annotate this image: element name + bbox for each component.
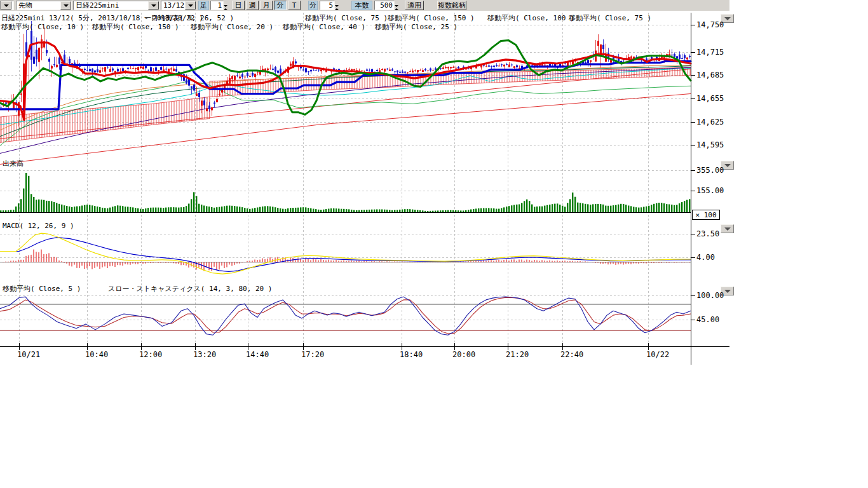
- x-axis-label: 10:40: [85, 350, 108, 359]
- legend-item: 移動平均( Close, 100 ): [487, 13, 574, 23]
- macd-panel-menu-button[interactable]: [721, 224, 734, 233]
- x-axis-label: 10/21: [17, 350, 40, 359]
- y-axis-label: 14,655: [696, 94, 724, 103]
- volume-bars: [0, 173, 690, 212]
- chevron-down-icon: [724, 164, 731, 167]
- legend-item: 移動平均( Close, 40 ): [283, 22, 365, 32]
- x-axis-label: 20:00: [452, 350, 475, 359]
- legend-item: 移動平均( Close, 10 ): [1, 22, 84, 32]
- volume-panel-title: 出来高: [3, 159, 24, 168]
- chevron-down-icon: [724, 290, 731, 293]
- y-axis-label: 14,685: [696, 71, 724, 79]
- y-axis-label: 14,750: [696, 20, 724, 29]
- legend-item: 移動平均( Close, 20 ): [191, 22, 273, 32]
- stoch-ma-title: 移動平均( Close, 5 ): [3, 284, 81, 294]
- x-axis-label: 13:20: [193, 350, 216, 359]
- x-axis-label: 12:00: [139, 350, 162, 359]
- x-axis-label: 10/22: [646, 350, 669, 359]
- y-axis-label: 355.00: [696, 166, 724, 175]
- y-axis-label: 155.00: [696, 186, 724, 195]
- y-axis-label: 100.00: [696, 291, 724, 300]
- y-axis-label: 14,595: [696, 140, 724, 149]
- stoch-d-line: [0, 298, 691, 334]
- x-axis-label: 21:20: [506, 350, 529, 359]
- y-axis-label: 23.50: [696, 229, 719, 238]
- chart-plot-area[interactable]: [0, 0, 868, 488]
- stoch-panel-title: スロー・ストキャスティクス( 14, 3, 80, 20 ): [108, 284, 272, 294]
- macd-histogram: [3, 250, 689, 271]
- legend-item: 一目均衡表( 9, 26, 52 ): [144, 13, 234, 23]
- macd-line: [0, 238, 691, 272]
- trading-chart-window: 先物 日経225mini 13/12 足 1 分 5 本数 500 適用 複数銘…: [0, 0, 868, 488]
- y-axis-label: 14,715: [696, 48, 724, 57]
- gridlines: [0, 13, 691, 346]
- legend-item: 移動平均( Close, 25 ): [375, 22, 458, 32]
- legend-item: 移動平均( Close, 75 ): [569, 13, 651, 23]
- y-axis-label: 14,625: [696, 118, 724, 126]
- stoch-k-line: [0, 297, 691, 335]
- x-axis-label: 18:40: [400, 350, 423, 359]
- y-axis-label: 4.00: [696, 253, 715, 262]
- legend-item: 移動平均( Close, 150 ): [92, 22, 179, 32]
- macd-panel-title: MACD( 12, 26, 9 ): [3, 222, 74, 230]
- volume-multiplier-box: × 100: [692, 210, 720, 220]
- chevron-down-icon: [724, 227, 731, 231]
- legend-item: 移動平均( Close, 75 ): [305, 13, 388, 23]
- y-axis-label: 45.00: [696, 315, 719, 324]
- x-axis-label: 17:20: [301, 350, 324, 359]
- x-axis-label: 14:40: [246, 350, 269, 359]
- x-axis-label: 22:40: [560, 350, 583, 359]
- chevron-down-icon: [724, 17, 731, 20]
- legend-item: 移動平均( Close, 150 ): [388, 13, 475, 23]
- macd-signal-line: [0, 233, 691, 274]
